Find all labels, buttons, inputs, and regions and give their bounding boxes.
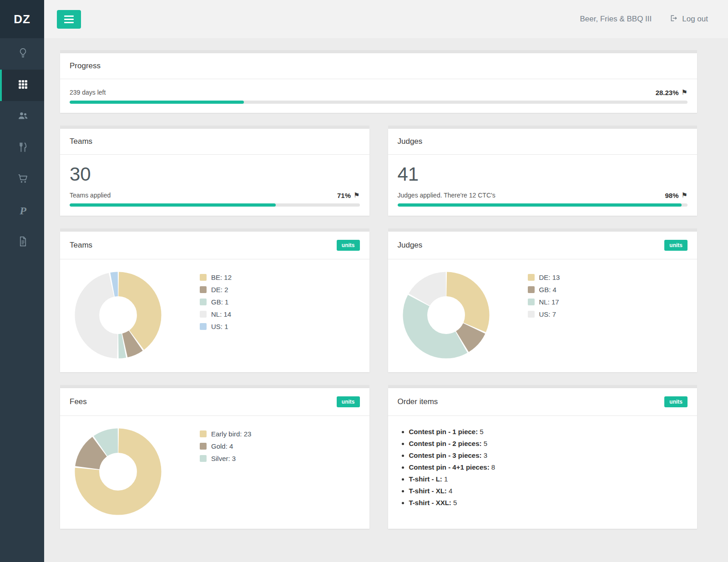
progress-card: Progress 239 days left 28.23% ⚑ [60, 53, 697, 113]
sidebar-nav: P [0, 38, 44, 258]
units-button[interactable]: units [664, 396, 688, 407]
order-item-value: 3 [484, 451, 487, 459]
order-item-value: 1 [444, 475, 448, 483]
legend-swatch [200, 286, 207, 293]
restaurant-icon [17, 142, 29, 155]
charts-row-1: Teams units BE: 12DE: 2GB: 1NL: 14US: 1 … [60, 232, 697, 388]
order-item-label: Contest pin - 1 piece: [409, 428, 478, 435]
menu-toggle-button[interactable] [57, 10, 81, 29]
flag-icon: ⚑ [682, 88, 688, 96]
legend-item: DE: 13 [528, 273, 560, 281]
order-item-value: 8 [491, 463, 495, 471]
days-left-label: 239 days left [70, 89, 106, 96]
order-item-value: 4 [449, 487, 452, 495]
units-button[interactable]: units [664, 240, 688, 251]
legend-item: Early bird: 23 [200, 430, 251, 438]
progress-bar [70, 101, 688, 104]
paypal-icon: P [20, 205, 26, 217]
order-item-value: 5 [453, 499, 457, 506]
order-item-label: Contest pin - 4+1 pieces: [409, 463, 490, 471]
legend-item: Gold: 4 [200, 442, 251, 450]
order-item-value: 5 [484, 440, 487, 447]
legend-item: NL: 14 [200, 310, 232, 318]
legend-label: Silver: 3 [211, 455, 236, 462]
units-button[interactable]: units [337, 240, 360, 251]
legend-item: DE: 2 [200, 286, 232, 294]
legend-item: GB: 4 [528, 286, 560, 294]
legend-item: GB: 1 [200, 298, 232, 306]
charts-row-2: Fees units Early bird: 23Gold: 4Silver: … [60, 388, 697, 545]
fees-chart-card: Fees units Early bird: 23Gold: 4Silver: … [60, 388, 369, 529]
sidebar-item-dashboard[interactable] [0, 70, 44, 101]
teams-progress-bar-fill [70, 203, 276, 207]
legend-item: Silver: 3 [200, 455, 251, 462]
legend-swatch [528, 286, 535, 293]
legend-swatch [528, 274, 535, 281]
donut-chart [74, 427, 162, 516]
legend-swatch [200, 311, 207, 318]
order-items-card: Order items units Contest pin - 1 piece:… [388, 388, 698, 529]
order-item-label: T-shirt - L: [409, 475, 442, 483]
order-item: Contest pin - 3 pieces: 3 [409, 451, 688, 459]
donut-chart [402, 271, 490, 359]
order-item: T-shirt - XXL: 5 [409, 499, 688, 506]
judges-stat-card: Judges 41 Judges applied. There're 12 CT… [388, 129, 698, 216]
teams-stat-card: Teams 30 Teams applied 71% ⚑ [60, 129, 369, 216]
cart-icon [17, 173, 29, 186]
progress-percent: 28.23% [656, 89, 679, 96]
order-item: Contest pin - 2 pieces: 5 [409, 440, 688, 447]
card-title: Teams [70, 137, 92, 146]
teams-count: 30 [70, 165, 360, 184]
legend-swatch [200, 299, 207, 305]
order-item: T-shirt - XL: 4 [409, 487, 688, 495]
legend-label: US: 1 [211, 323, 228, 330]
chart-legend: DE: 13GB: 4NL: 17US: 7 [528, 271, 560, 323]
order-item-label: Contest pin - 3 pieces: [409, 451, 482, 459]
judges-chart-card: Judges units DE: 13GB: 4NL: 17US: 7 [388, 232, 698, 372]
sidebar-item-teams[interactable] [0, 101, 44, 132]
flag-icon: ⚑ [354, 191, 359, 199]
judges-progress-bar-fill [398, 203, 682, 207]
legend-label: GB: 1 [211, 298, 228, 306]
legend-label: NL: 14 [211, 310, 231, 318]
units-button[interactable]: units [337, 396, 360, 407]
legend-label: BE: 12 [211, 273, 232, 281]
legend-swatch [200, 455, 207, 462]
grid-icon [17, 79, 29, 92]
logout-button[interactable]: Log out [669, 14, 708, 25]
sidebar-item-payments[interactable]: P [0, 195, 44, 227]
order-item: Contest pin - 4+1 pieces: 8 [409, 463, 688, 471]
topbar: Beer, Fries & BBQ III Log out [44, 0, 728, 38]
sidebar-item-catering[interactable] [0, 132, 44, 164]
logout-label: Log out [682, 15, 708, 24]
sidebar-item-ideas[interactable] [0, 38, 44, 70]
legend-label: GB: 4 [539, 286, 556, 294]
order-item: T-shirt - L: 1 [409, 475, 688, 483]
sidebar-item-documents[interactable] [0, 227, 44, 258]
legend-label: NL: 17 [539, 298, 559, 306]
card-title: Judges [398, 241, 423, 250]
legend-swatch [200, 274, 207, 281]
judges-percent: 98% [665, 192, 679, 199]
teams-chart-card: Teams units BE: 12DE: 2GB: 1NL: 14US: 1 [60, 232, 369, 372]
legend-swatch [200, 430, 207, 437]
order-item: Contest pin - 1 piece: 5 [409, 428, 688, 435]
event-name: Beer, Fries & BBQ III [580, 15, 652, 24]
teams-caption: Teams applied [70, 192, 111, 199]
card-title: Progress [70, 61, 101, 71]
order-item-value: 5 [480, 428, 483, 435]
sidebar-item-shop[interactable] [0, 164, 44, 195]
users-icon [17, 110, 29, 123]
legend-label: Early bird: 23 [211, 430, 251, 438]
app-logo: DZ [0, 0, 44, 38]
card-title: Fees [70, 397, 87, 406]
order-item-label: Contest pin - 2 pieces: [409, 440, 482, 447]
order-item-label: T-shirt - XL: [409, 487, 447, 495]
judges-progress-bar [398, 203, 688, 207]
legend-swatch [528, 311, 535, 318]
legend-swatch [200, 443, 207, 450]
chart-legend: BE: 12DE: 2GB: 1NL: 14US: 1 [200, 271, 232, 335]
progress-bar-fill [70, 101, 244, 104]
legend-swatch [528, 299, 535, 305]
legend-item: NL: 17 [528, 298, 560, 306]
